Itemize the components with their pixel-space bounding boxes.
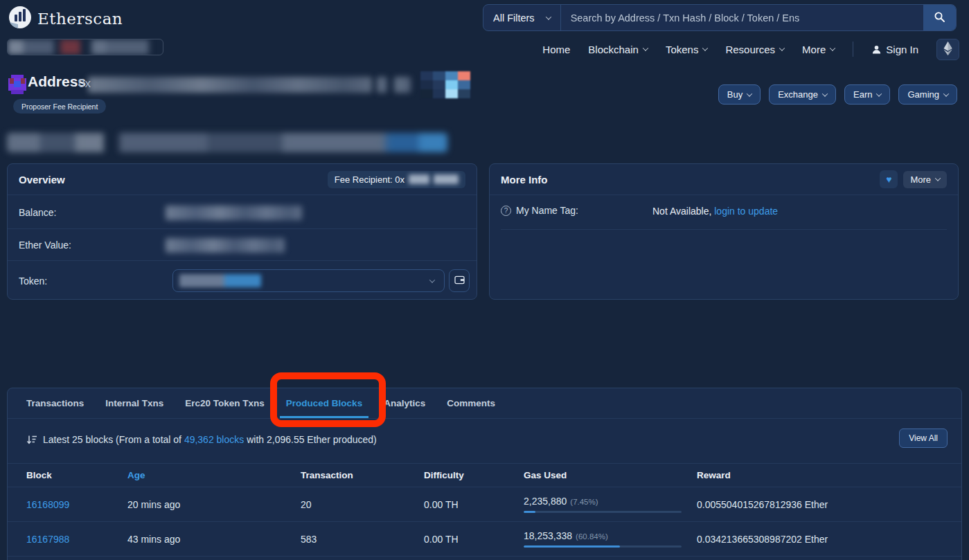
summary-suffix: with 2,096.55 Ether produced) (244, 434, 376, 445)
tab-erc20-token-txns[interactable]: Erc20 Token Txns (179, 388, 271, 418)
gas-used-percent: (60.84%) (576, 532, 608, 541)
chevron-down-icon (876, 91, 882, 96)
search-filter-dropdown[interactable]: All Filters (483, 5, 561, 30)
proposer-fee-recipient-badge: Proposer Fee Recipient (13, 99, 106, 114)
gas-used-percent: (7.45%) (570, 498, 598, 506)
gaming-button[interactable]: Gaming (898, 84, 957, 105)
logo-text: Etherscan (37, 10, 123, 28)
main-nav: Home Blockchain Tokens Resources More Si… (542, 38, 959, 60)
chevron-down-icon (702, 45, 708, 51)
tab-internal-txns[interactable]: Internal Txns (99, 388, 170, 418)
block-reward: 0.005504015267812936 Ether (697, 499, 943, 510)
page-title: Address (28, 73, 86, 90)
name-tag-status: Not Available, (652, 206, 711, 217)
ether-value-label: Ether Value: (19, 240, 71, 251)
exchange-button[interactable]: Exchange (769, 84, 836, 105)
address-identicon-pixels (420, 71, 470, 98)
wallet-icon (454, 276, 465, 287)
search-filter-label: All Filters (493, 12, 535, 24)
ethereum-network-button[interactable] (936, 39, 959, 60)
address-action-redacted (394, 77, 411, 93)
table-row: 16167988 43 mins ago 583 0.00 TH 18,253,… (8, 522, 961, 557)
earn-button[interactable]: Earn (844, 84, 890, 105)
favorite-button[interactable]: ♥ (880, 170, 898, 188)
nav-tokens[interactable]: Tokens (666, 44, 708, 55)
chevron-down-icon (545, 14, 551, 19)
heart-icon: ♥ (886, 174, 891, 184)
tab-transactions[interactable]: Transactions (20, 388, 90, 418)
ethereum-icon (943, 42, 952, 57)
buy-button[interactable]: Buy (718, 84, 761, 105)
name-tag-label: My Name Tag: (516, 205, 578, 216)
chevron-down-icon (429, 277, 435, 282)
address-identicon (8, 75, 26, 97)
blocks-table-header: Block Age Transaction Difficulty Gas Use… (8, 463, 961, 487)
address-action-buttons: Buy Exchange Earn Gaming (718, 84, 957, 105)
address-action-redacted (377, 77, 387, 93)
token-value-redacted (179, 274, 261, 287)
sort-icon (26, 435, 37, 444)
gas-used-progress-track (524, 545, 682, 548)
etherscan-page: Etherscan All Filters Home Blockchain To… (0, 0, 969, 560)
name-tag-row: ? My Name Tag: (501, 205, 578, 216)
nav-resources[interactable]: Resources (725, 44, 784, 55)
nav-blockchain[interactable]: Blockchain (588, 44, 648, 55)
block-difficulty: 0.00 TH (424, 499, 524, 510)
block-age: 43 mins ago (127, 534, 301, 545)
more-dropdown-button[interactable]: More (903, 171, 947, 188)
fee-recipient-redacted (434, 174, 459, 184)
ether-value-redacted (166, 238, 285, 253)
fee-recipient-redacted (409, 174, 429, 184)
nav-more[interactable]: More (802, 44, 835, 55)
address-tags-redacted (7, 133, 447, 152)
block-gas-used: 18,253,338 (60.84%) (524, 530, 697, 548)
etherscan-logo[interactable]: Etherscan (8, 6, 123, 32)
overview-card: Overview Fee Recipient: 0x Balance: Ethe… (7, 163, 477, 300)
search-bar: All Filters (483, 4, 957, 31)
col-header-reward: Reward (697, 470, 943, 480)
total-blocks-link[interactable]: 49,362 blocks (184, 434, 244, 445)
table-row: 16168099 20 mins ago 20 0.00 TH 2,235,88… (8, 487, 961, 522)
chevron-down-icon (943, 91, 949, 96)
col-header-difficulty: Difficulty (424, 470, 524, 480)
login-to-update-link[interactable]: login to update (714, 206, 778, 217)
sign-in-button[interactable]: Sign In (871, 44, 918, 55)
address-hash-redacted (88, 77, 372, 93)
balance-label: Balance: (19, 207, 56, 218)
token-wallet-button[interactable] (449, 269, 470, 292)
overview-title: Overview (19, 174, 65, 186)
col-header-age[interactable]: Age (127, 470, 301, 480)
token-select-dropdown[interactable] (172, 269, 445, 292)
gas-used-value: 2,235,880 (524, 496, 567, 507)
tab-analytics[interactable]: Analytics (377, 388, 432, 418)
block-number-link[interactable]: 16168099 (26, 499, 127, 510)
question-circle-icon: ? (501, 206, 511, 216)
chevron-down-icon (935, 175, 941, 181)
token-label: Token: (19, 276, 47, 287)
tab-bar: Transactions Internal Txns Erc20 Token T… (8, 388, 961, 419)
name-tag-value: Not Available, login to update (652, 206, 778, 217)
search-input[interactable] (561, 5, 923, 30)
blocks-summary: Latest 25 blocks (From a total of 49,362… (26, 434, 377, 445)
block-age: 20 mins ago (127, 499, 301, 510)
person-icon (871, 44, 882, 55)
col-header-block: Block (26, 470, 127, 480)
col-header-gas-used: Gas Used (524, 470, 697, 480)
tab-comments[interactable]: Comments (441, 388, 501, 418)
block-number-link[interactable]: 16167988 (26, 534, 127, 545)
block-transactions: 20 (301, 499, 424, 510)
view-all-button[interactable]: View All (899, 428, 948, 448)
balance-value-redacted (166, 206, 302, 220)
nav-home[interactable]: Home (542, 44, 570, 55)
etherscan-logo-icon (8, 6, 32, 32)
block-difficulty: 0.00 TH (424, 534, 524, 545)
block-transactions: 583 (301, 534, 424, 545)
chevron-down-icon (779, 45, 785, 51)
tab-produced-blocks[interactable]: Produced Blocks (280, 388, 368, 418)
fee-recipient-badge: Fee Recipient: 0x (328, 171, 465, 188)
nav-divider (853, 42, 853, 57)
chevron-down-icon (643, 45, 648, 51)
gas-used-value: 18,253,338 (524, 530, 572, 541)
block-gas-used: 2,235,880 (7.45%) (524, 496, 697, 513)
search-button[interactable] (923, 5, 956, 30)
